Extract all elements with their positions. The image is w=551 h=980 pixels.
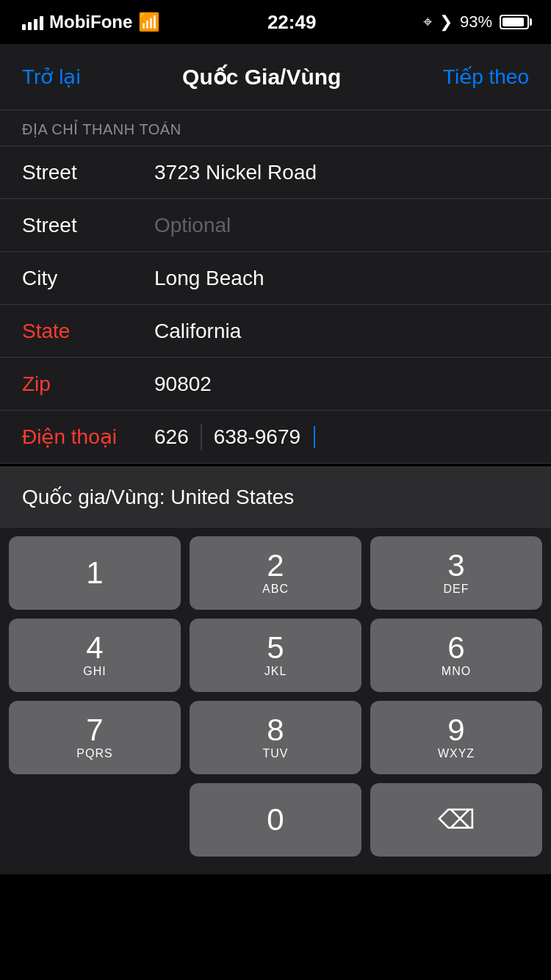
form-row-city: City Long Beach (0, 252, 551, 305)
value-street1[interactable]: 3723 Nickel Road (154, 161, 529, 184)
backspace-icon: ⌫ (438, 804, 475, 835)
key-8[interactable]: 8 TUV (190, 701, 361, 774)
key-empty (9, 783, 181, 857)
text-cursor (314, 426, 315, 448)
form-container: Street 3723 Nickel Road Street Optional … (0, 145, 551, 464)
numpad: 1 2 ABC 3 DEF 4 GHI 5 JKL 6 MNO 7 PQRS (0, 527, 551, 874)
label-city: City (22, 267, 154, 290)
numpad-row-1: 1 2 ABC 3 DEF (9, 536, 542, 610)
section-header: ĐỊA CHỈ THANH TOÁN (0, 110, 551, 145)
numpad-row-2: 4 GHI 5 JKL 6 MNO (9, 619, 542, 692)
key-0[interactable]: 0 (190, 783, 361, 857)
form-row-state: State California (0, 305, 551, 358)
status-left: MobiFone 📶 (22, 12, 160, 32)
value-phone[interactable]: 626 638-9679 (154, 424, 529, 450)
key-6[interactable]: 6 MNO (370, 619, 542, 692)
key-2[interactable]: 2 ABC (190, 536, 361, 610)
key-4[interactable]: 4 GHI (9, 619, 181, 692)
numpad-row-3: 7 PQRS 8 TUV 9 WXYZ (9, 701, 542, 774)
battery-icon (500, 15, 529, 29)
status-right: ⌖ ❯ 93% (423, 12, 529, 32)
key-1[interactable]: 1 (9, 536, 181, 610)
signal-icon (22, 14, 43, 30)
next-button[interactable]: Tiếp theo (443, 65, 529, 89)
nav-bar: Trở lại Quốc Gia/Vùng Tiếp theo (0, 44, 551, 110)
label-zip: Zip (22, 372, 154, 396)
phone-area-code: 626 (154, 425, 189, 449)
status-time: 22:49 (267, 11, 317, 34)
backspace-button[interactable]: ⌫ (370, 783, 542, 857)
label-street2: Street (22, 214, 154, 237)
form-row-zip: Zip 90802 (0, 358, 551, 411)
key-9[interactable]: 9 WXYZ (370, 701, 542, 774)
key-5[interactable]: 5 JKL (190, 619, 361, 692)
wifi-icon: 📶 (138, 12, 160, 32)
country-section: Quốc gia/Vùng: United States (0, 466, 551, 527)
nav-title: Quốc Gia/Vùng (182, 64, 341, 90)
label-phone: Điện thoại (22, 425, 154, 449)
country-text: Quốc gia/Vùng: United States (22, 486, 294, 508)
label-state: State (22, 320, 154, 343)
form-row-phone: Điện thoại 626 638-9679 (0, 411, 551, 464)
location-icon: ⌖ (423, 12, 432, 32)
value-city[interactable]: Long Beach (154, 267, 529, 290)
label-street1: Street (22, 161, 154, 184)
key-7[interactable]: 7 PQRS (9, 701, 181, 774)
back-button[interactable]: Trở lại (22, 65, 81, 89)
phone-divider (201, 424, 202, 450)
battery-percent: 93% (460, 12, 492, 32)
status-bar: MobiFone 📶 22:49 ⌖ ❯ 93% (0, 0, 551, 44)
value-zip[interactable]: 90802 (154, 372, 529, 396)
key-3[interactable]: 3 DEF (370, 536, 542, 610)
value-street2[interactable]: Optional (154, 214, 529, 237)
gps-icon: ❯ (439, 12, 453, 32)
form-row-street2: Street Optional (0, 199, 551, 252)
carrier-label: MobiFone (49, 12, 132, 32)
phone-number: 638-9679 (214, 425, 300, 449)
numpad-row-4: 0 ⌫ (9, 783, 542, 857)
value-state[interactable]: California (154, 320, 529, 343)
form-row-street1: Street 3723 Nickel Road (0, 146, 551, 199)
